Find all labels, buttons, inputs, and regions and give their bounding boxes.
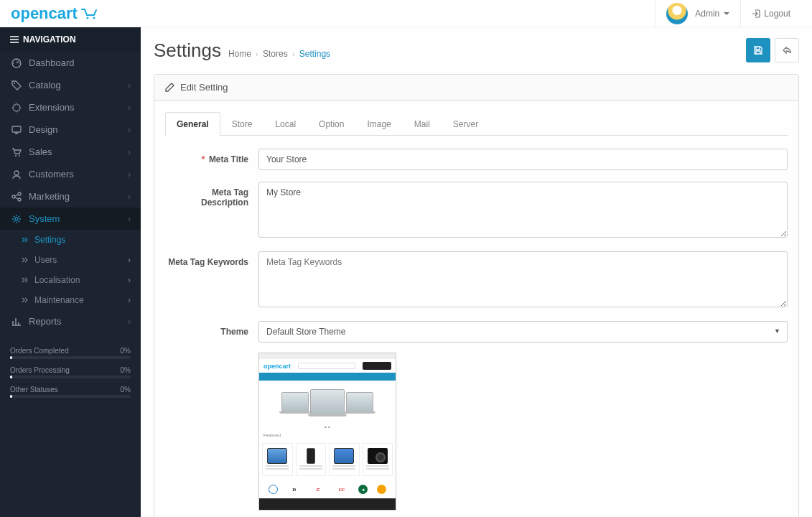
sub-item-settings[interactable]: Settings [0,230,141,250]
required-marker: * [202,154,205,164]
breadcrumb-current: Settings [299,49,330,59]
panel-head: Edit Setting [154,75,798,101]
nav-label: Marketing [29,191,128,202]
user-menu[interactable]: Admin [655,0,741,27]
theme-select[interactable]: Default Store Theme [258,321,788,343]
stat-label: Other Statuses [10,386,58,393]
double-chevron-icon [22,297,29,303]
meta-title-input[interactable] [258,149,788,170]
svg-point-7 [14,171,19,175]
chevron-right-icon: › [128,295,131,305]
tab-store[interactable]: Store [220,112,264,136]
sub-item-users[interactable]: Users › [0,250,141,270]
main-content: Settings Home › Stores › Settings Edit [141,27,812,517]
chevron-right-icon: › [128,214,131,224]
svg-point-1 [93,17,95,19]
logout-button[interactable]: Logout [741,0,801,27]
user-icon [10,169,23,180]
nav-label: Reports [29,316,128,327]
save-button[interactable] [746,38,770,62]
nav-label: Customers [29,169,128,180]
sub-label: Settings [34,235,65,245]
reply-icon [782,45,792,55]
stat-label: Orders Completed [10,347,69,355]
stat-bar [10,356,131,359]
chevron-right-icon: › [128,317,131,327]
nav-item-catalog[interactable]: Catalog › [0,74,141,96]
stat-bar [10,395,131,398]
nav-item-extensions[interactable]: Extensions › [0,96,141,118]
gear-icon [10,214,23,224]
chevron-right-icon: › [128,103,131,113]
nav-item-reports[interactable]: Reports › [0,310,141,332]
nav-label: Extensions [29,102,128,113]
share-icon [10,192,23,202]
chevron-right-icon: › [128,255,131,265]
form-label: Meta Tag Keywords [165,251,258,309]
chevron-right-icon: › [128,80,131,90]
monitor-icon [10,125,23,135]
nav-item-system[interactable]: System › [0,208,141,230]
meta-description-textarea[interactable] [258,182,788,238]
svg-point-5 [15,155,17,157]
nav-item-marketing[interactable]: Marketing › [0,185,141,208]
nav-label: Catalog [29,80,128,90]
chevron-right-icon: › [128,147,131,157]
panel-title: Edit Setting [180,82,228,93]
theme-preview: opencart • • Featured [258,353,396,511]
user-label: Admin [695,9,719,19]
breadcrumb-link[interactable]: Home [228,49,251,59]
tag-icon [10,80,23,90]
tab-image[interactable]: Image [355,112,402,136]
tab-mail[interactable]: Mail [403,112,442,136]
cart-icon [10,147,23,157]
nav-item-customers[interactable]: Customers › [0,163,141,185]
nav-label: System [29,213,128,224]
stat-value: 0% [121,386,131,393]
tab-general[interactable]: General [165,112,220,136]
stat-row: Orders Processing 0% [10,366,131,374]
app-logo[interactable]: opencart [11,4,99,23]
nav-header: NAVIGATION [0,27,141,52]
chevron-right-icon: › [128,125,131,135]
stat-value: 0% [121,347,131,355]
logout-icon [752,9,760,18]
caret-down-icon [724,12,729,15]
app-header: opencart Admin Logout [0,0,812,27]
form-row-meta-title: * Meta Title [165,149,788,170]
svg-point-6 [19,155,20,157]
stat-row: Other Statuses 0% [10,386,131,393]
form-label: * Meta Title [165,149,258,170]
sub-item-localisation[interactable]: Localisation › [0,270,141,290]
logo-text: opencart [11,4,78,23]
stat-value: 0% [121,366,131,374]
tab-server[interactable]: Server [442,112,490,136]
sidebar: NAVIGATION Dashboard Catalog › Extension… [0,27,141,517]
svg-point-10 [18,198,21,201]
avatar [666,3,688,24]
breadcrumb-link[interactable]: Stores [263,49,288,59]
back-button[interactable] [775,38,799,62]
sub-item-maintenance[interactable]: Maintenance › [0,290,141,310]
nav-item-sales[interactable]: Sales › [0,141,141,163]
page-head: Settings Home › Stores › Settings [141,27,812,70]
double-chevron-icon [22,257,29,263]
logo-cart-icon [80,7,99,20]
tab-local[interactable]: Local [263,112,307,136]
nav-item-dashboard[interactable]: Dashboard [0,52,141,74]
nav-item-design[interactable]: Design › [0,118,141,141]
svg-point-0 [86,17,88,19]
edit-setting-panel: Edit Setting General Store Local Option … [154,74,799,517]
dashboard-icon [10,58,23,68]
svg-point-8 [12,195,15,198]
meta-keywords-textarea[interactable] [258,251,788,307]
svg-point-11 [15,218,18,220]
save-icon [753,45,763,55]
double-chevron-icon [22,237,29,243]
tab-option[interactable]: Option [307,112,355,136]
nav-title: NAVIGATION [23,34,76,45]
preview-logo: opencart [263,363,291,370]
stat-bar [10,376,131,378]
nav-label: Dashboard [29,57,131,68]
stat-label: Orders Processing [10,366,70,374]
